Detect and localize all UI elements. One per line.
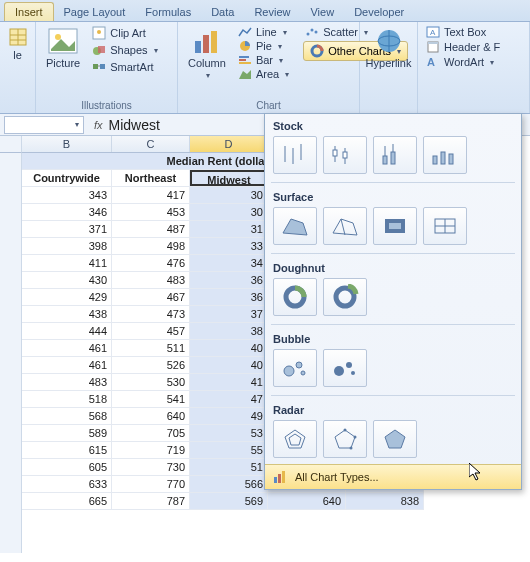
cell[interactable]: 633 [22, 476, 112, 492]
cell[interactable]: 530 [112, 374, 190, 390]
stock-type-4[interactable] [423, 136, 467, 174]
cell[interactable]: 49 [190, 408, 268, 424]
cell[interactable]: 589 [22, 425, 112, 441]
cell[interactable]: 40 [190, 357, 268, 373]
cell[interactable]: 31 [190, 221, 268, 237]
cell[interactable]: 55 [190, 442, 268, 458]
pie-chart-button[interactable]: Pie▾ [236, 39, 291, 53]
smartart-button[interactable]: SmartArt [90, 59, 159, 75]
cell[interactable]: 615 [22, 442, 112, 458]
cell[interactable]: 770 [112, 476, 190, 492]
cell[interactable]: 51 [190, 459, 268, 475]
wordart-button[interactable]: AWordArt▾ [424, 55, 523, 69]
stock-type-1[interactable] [273, 136, 317, 174]
cell[interactable]: 41 [190, 374, 268, 390]
cell[interactable]: 476 [112, 255, 190, 271]
doughnut-type-2[interactable] [323, 278, 367, 316]
surface-type-3[interactable] [373, 207, 417, 245]
surface-type-1[interactable] [273, 207, 317, 245]
tab-insert[interactable]: Insert [4, 2, 54, 21]
cell[interactable]: 640 [268, 493, 346, 509]
cell[interactable]: 838 [346, 493, 424, 509]
cell[interactable]: 665 [22, 493, 112, 509]
name-box[interactable]: ▾ [4, 116, 84, 134]
cell[interactable]: Northeast [112, 170, 190, 186]
cell[interactable]: 444 [22, 323, 112, 339]
tab-data[interactable]: Data [201, 3, 244, 21]
headerfooter-button[interactable]: Header & F [424, 40, 523, 54]
column-header-D[interactable]: D [190, 136, 268, 152]
line-chart-button[interactable]: Line▾ [236, 25, 291, 39]
clipart-button[interactable]: Clip Art [90, 25, 159, 41]
cell[interactable]: 34 [190, 255, 268, 271]
cell[interactable]: 787 [112, 493, 190, 509]
cell[interactable]: 398 [22, 238, 112, 254]
surface-type-2[interactable] [323, 207, 367, 245]
cell[interactable]: 37 [190, 306, 268, 322]
cell[interactable]: 566 [190, 476, 268, 492]
cell[interactable]: 430 [22, 272, 112, 288]
cell[interactable]: 719 [112, 442, 190, 458]
cell[interactable]: 38 [190, 323, 268, 339]
bubble-type-1[interactable] [273, 349, 317, 387]
cell[interactable]: 343 [22, 187, 112, 203]
cell[interactable]: 36 [190, 272, 268, 288]
stock-type-2[interactable] [323, 136, 367, 174]
column-header-B[interactable]: B [22, 136, 112, 152]
cell[interactable]: 36 [190, 289, 268, 305]
area-chart-button[interactable]: Area▾ [236, 67, 291, 81]
cell[interactable]: 541 [112, 391, 190, 407]
cell[interactable]: 511 [112, 340, 190, 356]
cell[interactable]: 47 [190, 391, 268, 407]
cell[interactable]: 346 [22, 204, 112, 220]
cell[interactable]: 569 [190, 493, 268, 509]
bar-chart-button[interactable]: Bar▾ [236, 53, 291, 67]
cell[interactable]: 483 [22, 374, 112, 390]
cell[interactable]: 30 [190, 187, 268, 203]
cell[interactable]: 467 [112, 289, 190, 305]
cell[interactable]: 473 [112, 306, 190, 322]
fx-button[interactable]: fx [88, 119, 109, 131]
textbox-button[interactable]: AText Box [424, 25, 523, 39]
cell[interactable]: 417 [112, 187, 190, 203]
cell[interactable]: 526 [112, 357, 190, 373]
cell[interactable]: 568 [22, 408, 112, 424]
tab-review[interactable]: Review [244, 3, 300, 21]
formula-value[interactable]: Midwest [109, 117, 160, 133]
tab-page-layout[interactable]: Page Layout [54, 3, 136, 21]
cell[interactable]: 453 [112, 204, 190, 220]
tab-view[interactable]: View [300, 3, 344, 21]
cell[interactable]: 498 [112, 238, 190, 254]
cell[interactable]: 461 [22, 357, 112, 373]
cell[interactable]: 371 [22, 221, 112, 237]
bubble-type-2[interactable] [323, 349, 367, 387]
cell[interactable]: 487 [112, 221, 190, 237]
cell[interactable]: Countrywide [22, 170, 112, 186]
all-chart-types-button[interactable]: All Chart Types... [265, 464, 521, 489]
cell[interactable]: 605 [22, 459, 112, 475]
cell[interactable]: 33 [190, 238, 268, 254]
cell[interactable]: 518 [22, 391, 112, 407]
hyperlink-button[interactable]: Hyperlink [366, 25, 411, 71]
picture-button[interactable]: Picture [42, 25, 84, 71]
stock-type-3[interactable] [373, 136, 417, 174]
cell[interactable]: 483 [112, 272, 190, 288]
cell[interactable]: 705 [112, 425, 190, 441]
table-button-shadow[interactable]: le [6, 25, 29, 63]
column-header-C[interactable]: C [112, 136, 190, 152]
tab-developer[interactable]: Developer [344, 3, 414, 21]
surface-type-4[interactable] [423, 207, 467, 245]
cell[interactable]: 429 [22, 289, 112, 305]
cell[interactable]: 461 [22, 340, 112, 356]
cell[interactable]: 40 [190, 340, 268, 356]
column-chart-button[interactable]: Column▾ [184, 25, 230, 82]
radar-type-2[interactable] [323, 420, 367, 458]
cell[interactable]: 640 [112, 408, 190, 424]
cell[interactable]: 438 [22, 306, 112, 322]
radar-type-1[interactable] [273, 420, 317, 458]
tab-formulas[interactable]: Formulas [135, 3, 201, 21]
cell[interactable]: 730 [112, 459, 190, 475]
cell[interactable]: 30 [190, 204, 268, 220]
doughnut-type-1[interactable] [273, 278, 317, 316]
radar-type-3[interactable] [373, 420, 417, 458]
